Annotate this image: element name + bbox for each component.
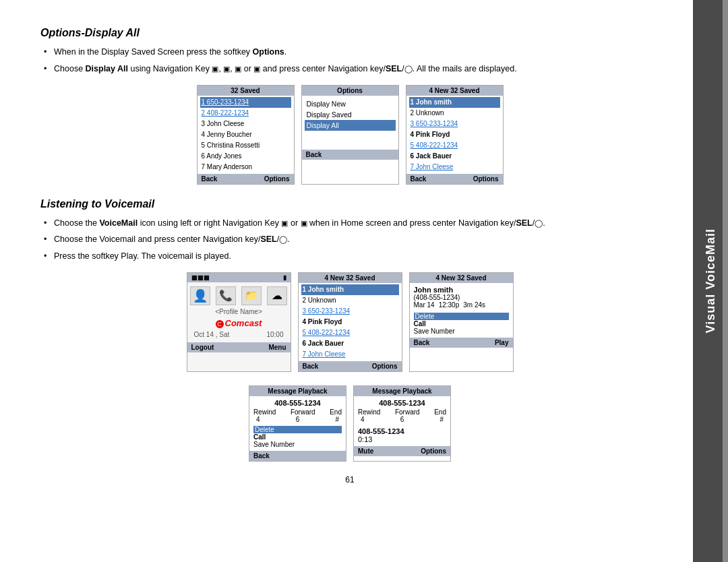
detail-clock: 12:30p [439, 301, 460, 309]
screen2-footer-left: Back [306, 151, 322, 158]
detail-footer-left: Back [414, 339, 430, 346]
bullet-1: When in the Display Saved Screen press t… [40, 46, 659, 59]
msg1-number: 408-555-1234 [253, 399, 342, 407]
section2-bullet1: Choose the VoiceMail icon using left or … [40, 217, 659, 230]
sidebar-label: Visual VoiceMail [704, 228, 718, 333]
msg2-controls: Rewind Forward End [358, 408, 446, 416]
folder-icon[interactable]: 📁 [241, 286, 262, 305]
msg2-footer-left: Mute [358, 447, 373, 455]
screen1-footer: Back Options [198, 174, 294, 184]
msg2-rewind-label: Rewind [358, 408, 380, 416]
detail-date: Mar 14 [414, 301, 435, 309]
vml-row5: 5 408-222-1234 [301, 327, 399, 338]
signal-icon: ▩▩▩ [191, 274, 210, 281]
vml-row3: 3 650-233-1234 [301, 306, 399, 317]
delete-action[interactable]: Delete [414, 313, 509, 320]
call-action[interactable]: Call [414, 320, 509, 327]
msg1-rewind-label: Rewind [253, 408, 276, 416]
save-number-action[interactable]: Save Number [414, 327, 509, 335]
keyword-display-all: Display All [86, 64, 128, 73]
msg2-forward-label: Forward [395, 408, 420, 416]
home-footer: Logout Menu [187, 342, 291, 352]
comcast-logo: CComcast [216, 318, 262, 328]
option-display-saved: Display Saved [305, 109, 396, 120]
section1-title: Options-Display All [40, 27, 659, 39]
detail-header: 4 New 32 Saved [410, 273, 513, 283]
screen1-footer-right: Options [264, 175, 290, 183]
msg1-end-val: # [335, 416, 339, 423]
detail-number: (408-555-1234) [414, 294, 509, 301]
detail-screen: 4 New 32 Saved John smith (408-555-1234)… [409, 272, 514, 372]
home-body: 👤 📞 📁 ☁ <Profile Name> CComcast Oct 14 ,… [187, 282, 291, 342]
vml-row6: 6 Jack Bauer [301, 338, 399, 349]
home-date-time: Oct 14 , Sat 10:00 [191, 331, 286, 338]
msg1-call[interactable]: Call [253, 433, 342, 441]
screen3-footer-left: Back [411, 175, 427, 183]
msg2-footer-right: Options [421, 447, 446, 455]
detail-footer: Back Play [410, 338, 513, 348]
screen3-row7: 7 John Cleese [409, 162, 500, 173]
vml-row7: 7 John Cleese [301, 349, 399, 360]
screen1-row7: 7 Mary Anderson [200, 162, 291, 173]
msg2-end-label: End [434, 408, 446, 416]
battery-icon: ▮ [283, 274, 286, 281]
screen1-row1: 1 650-233-1234 [200, 97, 291, 108]
cloud-icon[interactable]: ☁ [267, 286, 287, 305]
home-footer-right: Menu [268, 344, 286, 351]
section2-bullet3: Press the softkey Play. The voicemail is… [40, 250, 659, 263]
vml-row4: 4 Pink Floyd [301, 317, 399, 327]
screen-options: Options Display New Display Saved Displa… [301, 85, 399, 185]
detail-time: Mar 14 12:30p 3m 24s [414, 301, 509, 309]
msg1-body: 408-555-1234 Rewind Forward End 4 6 # De… [249, 396, 346, 451]
vml-header: 4 New 32 Saved [299, 273, 402, 283]
screen2-footer: Back [302, 150, 398, 160]
msg2-end-val: # [439, 416, 444, 423]
msg1-actions: Delete Call Save Number [253, 426, 342, 448]
screen-4new32saved: 4 New 32 Saved 1 John smith 2 Unknown 3 … [406, 85, 504, 185]
msg1-footer-left: Back [253, 452, 270, 460]
msg1-end-label: End [330, 408, 342, 416]
home-footer-left: Logout [191, 344, 214, 351]
msg2-footer: Mute Options [354, 446, 450, 456]
msg1-save[interactable]: Save Number [253, 441, 342, 448]
screen-32saved: 32 Saved 1 650-233-1234 2 408-222-1234 3… [197, 85, 295, 185]
vml-footer: Back Options [299, 361, 402, 371]
page-number: 61 [40, 475, 659, 485]
screen3-row3: 3 650-233-1234 [409, 119, 500, 129]
screen1-row3: 3 John Cleese [200, 119, 291, 129]
msg1-values: 4 6 # [253, 416, 342, 423]
screen1-row2: 2 408-222-1234 [200, 108, 291, 119]
msg2-header: Message Playback [354, 386, 450, 396]
msg1-header: Message Playback [249, 386, 346, 396]
section2-bullets: Choose the VoiceMail icon using left or … [40, 217, 659, 263]
msg1-rewind-val: 4 [256, 416, 260, 423]
screen3-row1: 1 John smith [409, 97, 500, 108]
screen1-row4: 4 Jenny Boucher [200, 129, 291, 140]
msg-screen-1: Message Playback 408-555-1234 Rewind For… [249, 385, 346, 462]
home-header: ▩▩▩ ▮ [187, 273, 291, 282]
screen3-row6: 6 Jack Bauer [409, 151, 500, 162]
msg1-delete[interactable]: Delete [253, 426, 342, 433]
screens-row-2: ▩▩▩ ▮ 👤 📞 📁 ☁ <Profile Name> CComcast Oc… [40, 272, 659, 372]
screens-row-3: Message Playback 408-555-1234 Rewind For… [40, 385, 659, 462]
voicemail-icon[interactable]: 📞 [216, 286, 236, 305]
screen1-row6: 6 Andy Jones [200, 151, 291, 162]
vml-body: 1 John smith 2 Unknown 3 650-233-1234 4 … [299, 283, 402, 361]
detail-body: John smith (408-555-1234) Mar 14 12:30p … [410, 283, 513, 338]
msg2-forward-val: 6 [400, 416, 404, 423]
contact-icon[interactable]: 👤 [190, 286, 210, 305]
msg2-playing-info: 408-555-1234 0:13 [358, 427, 446, 443]
screen1-footer-left: Back [202, 175, 218, 183]
screen1-header: 32 Saved [198, 86, 294, 96]
detail-footer-right: Play [495, 339, 509, 346]
screen1-body: 1 650-233-1234 2 408-222-1234 3 John Cle… [198, 96, 294, 174]
section2-title: Listening to Voicemail [40, 198, 659, 210]
screen1-row5: 5 Christina Rossetti [200, 140, 291, 151]
profile-name: <Profile Name> [215, 308, 262, 315]
screens-row-1: 32 Saved 1 650-233-1234 2 408-222-1234 3… [40, 85, 659, 185]
msg2-number: 408-555-1234 [358, 399, 446, 407]
home-date: Oct 14 , Sat [194, 331, 230, 338]
screen3-row2: 2 Unknown [409, 108, 500, 119]
vml-row2: 2 Unknown [301, 295, 399, 306]
home-screen: ▩▩▩ ▮ 👤 📞 📁 ☁ <Profile Name> CComcast Oc… [187, 272, 291, 372]
